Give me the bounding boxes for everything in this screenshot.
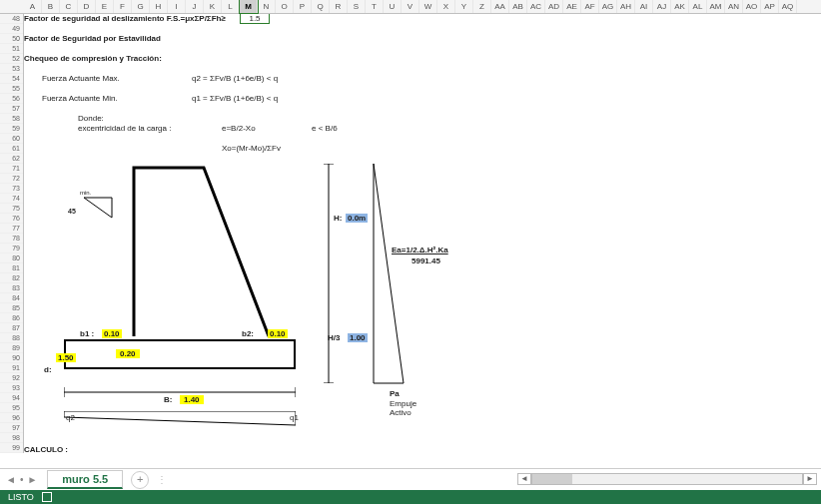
col-header-AB[interactable]: AB: [509, 0, 527, 13]
row-headers[interactable]: 4849505152535455565758596061627172737475…: [0, 14, 24, 453]
col-header-X[interactable]: X: [437, 0, 455, 13]
row-header-61[interactable]: 61: [0, 144, 23, 154]
row-header-73[interactable]: 73: [0, 184, 23, 194]
horizontal-scrollbar[interactable]: ◄ ►: [517, 472, 817, 486]
scroll-left-icon[interactable]: ◄: [517, 473, 531, 485]
col-header-AQ[interactable]: AQ: [779, 0, 797, 13]
row-header-88[interactable]: 88: [0, 333, 23, 343]
col-header-AP[interactable]: AP: [761, 0, 779, 13]
col-header-H[interactable]: H: [150, 0, 168, 13]
selected-cell-m48[interactable]: 1.5: [240, 14, 270, 24]
row-header-81[interactable]: 81: [0, 263, 23, 273]
col-header-M[interactable]: M: [240, 0, 258, 13]
col-header-D[interactable]: D: [78, 0, 96, 13]
col-header-N[interactable]: N: [258, 0, 276, 13]
row-header-80[interactable]: 80: [0, 253, 23, 263]
col-header-W[interactable]: W: [419, 0, 437, 13]
col-header-V[interactable]: V: [402, 0, 419, 13]
row-header-78[interactable]: 78: [0, 234, 23, 244]
row-header-49[interactable]: 49: [0, 24, 23, 34]
col-header-J[interactable]: J: [186, 0, 204, 13]
row-header-48[interactable]: 48: [0, 14, 23, 24]
row-header-62[interactable]: 62: [0, 154, 23, 164]
col-header-AF[interactable]: AF: [581, 0, 599, 13]
col-header-B[interactable]: B: [42, 0, 60, 13]
row-header-52[interactable]: 52: [0, 54, 23, 64]
col-header-AJ[interactable]: AJ: [653, 0, 671, 13]
tab-splitter[interactable]: ⋮: [157, 474, 169, 485]
col-header-G[interactable]: G: [132, 0, 150, 13]
value-b1[interactable]: 0.10: [102, 329, 122, 338]
row-header-55[interactable]: 55: [0, 84, 23, 94]
row-header-98[interactable]: 98: [0, 433, 23, 443]
column-headers[interactable]: ABCDEFGHIJKLMNOPQRSTUVWXYZAAABACADAEAFAG…: [0, 0, 821, 14]
col-header-Q[interactable]: Q: [312, 0, 330, 13]
col-header-A[interactable]: A: [24, 0, 42, 13]
row-header-99[interactable]: 99: [0, 443, 23, 453]
col-header-U[interactable]: U: [384, 0, 402, 13]
row-header-89[interactable]: 89: [0, 343, 23, 353]
col-header-AE[interactable]: AE: [563, 0, 581, 13]
row-header-59[interactable]: 59: [0, 124, 23, 134]
col-header-AG[interactable]: AG: [599, 0, 617, 13]
row-header-85[interactable]: 85: [0, 303, 23, 313]
row-header-79[interactable]: 79: [0, 244, 23, 253]
worksheet-area[interactable]: 4849505152535455565758596061627172737475…: [0, 14, 821, 476]
col-header-L[interactable]: L: [222, 0, 240, 13]
col-header-AI[interactable]: AI: [635, 0, 653, 13]
row-header-58[interactable]: 58: [0, 114, 23, 124]
value-b2[interactable]: 0.10: [268, 329, 288, 338]
col-header-AD[interactable]: AD: [545, 0, 563, 13]
col-header-AL[interactable]: AL: [689, 0, 707, 13]
col-header-AH[interactable]: AH: [617, 0, 635, 13]
row-header-57[interactable]: 57: [0, 104, 23, 114]
value-d[interactable]: 1.50: [56, 353, 76, 362]
tab-prev-icon[interactable]: •: [20, 474, 24, 485]
col-header-F[interactable]: F: [114, 0, 132, 13]
row-header-60[interactable]: 60: [0, 134, 23, 144]
col-header-AC[interactable]: AC: [527, 0, 545, 13]
col-header-S[interactable]: S: [348, 0, 366, 13]
row-header-51[interactable]: 51: [0, 44, 23, 54]
row-header-87[interactable]: 87: [0, 323, 23, 333]
col-header-K[interactable]: K: [204, 0, 222, 13]
col-header-Y[interactable]: Y: [455, 0, 473, 13]
row-header-54[interactable]: 54: [0, 74, 23, 84]
row-header-97[interactable]: 97: [0, 423, 23, 433]
value-H[interactable]: 0.0m: [346, 214, 368, 223]
col-header-T[interactable]: T: [366, 0, 384, 13]
col-header-AN[interactable]: AN: [725, 0, 743, 13]
add-sheet-button[interactable]: +: [131, 471, 149, 489]
tab-nav[interactable]: ◄ • ►: [0, 474, 43, 485]
col-header-R[interactable]: R: [330, 0, 348, 13]
row-header-71[interactable]: 71: [0, 164, 23, 174]
row-header-91[interactable]: 91: [0, 363, 23, 373]
col-header-C[interactable]: C: [60, 0, 78, 13]
row-header-75[interactable]: 75: [0, 204, 23, 214]
value-B[interactable]: 1.40: [180, 395, 204, 404]
row-header-90[interactable]: 90: [0, 353, 23, 363]
col-header-O[interactable]: O: [276, 0, 294, 13]
row-header-56[interactable]: 56: [0, 94, 23, 104]
row-header-77[interactable]: 77: [0, 224, 23, 234]
col-header-AA[interactable]: AA: [491, 0, 509, 13]
tab-next-icon[interactable]: ►: [27, 474, 37, 485]
row-header-93[interactable]: 93: [0, 383, 23, 393]
sheet-tab-muro55[interactable]: muro 5.5: [47, 470, 123, 489]
col-header-Z[interactable]: Z: [473, 0, 491, 13]
row-header-96[interactable]: 96: [0, 413, 23, 423]
scroll-thumb[interactable]: [532, 474, 572, 484]
value-H3[interactable]: 1.00: [348, 333, 368, 342]
row-header-92[interactable]: 92: [0, 373, 23, 383]
col-header-P[interactable]: P: [294, 0, 312, 13]
row-header-74[interactable]: 74: [0, 194, 23, 204]
value-base[interactable]: 0.20: [116, 349, 140, 358]
cells-canvas[interactable]: Factor de seguridad al deslizamiento F.S…: [24, 14, 821, 476]
row-header-82[interactable]: 82: [0, 273, 23, 283]
row-header-53[interactable]: 53: [0, 64, 23, 74]
col-header-AM[interactable]: AM: [707, 0, 725, 13]
row-header-84[interactable]: 84: [0, 293, 23, 303]
col-header-I[interactable]: I: [168, 0, 186, 13]
row-header-50[interactable]: 50: [0, 34, 23, 44]
col-header-AO[interactable]: AO: [743, 0, 761, 13]
